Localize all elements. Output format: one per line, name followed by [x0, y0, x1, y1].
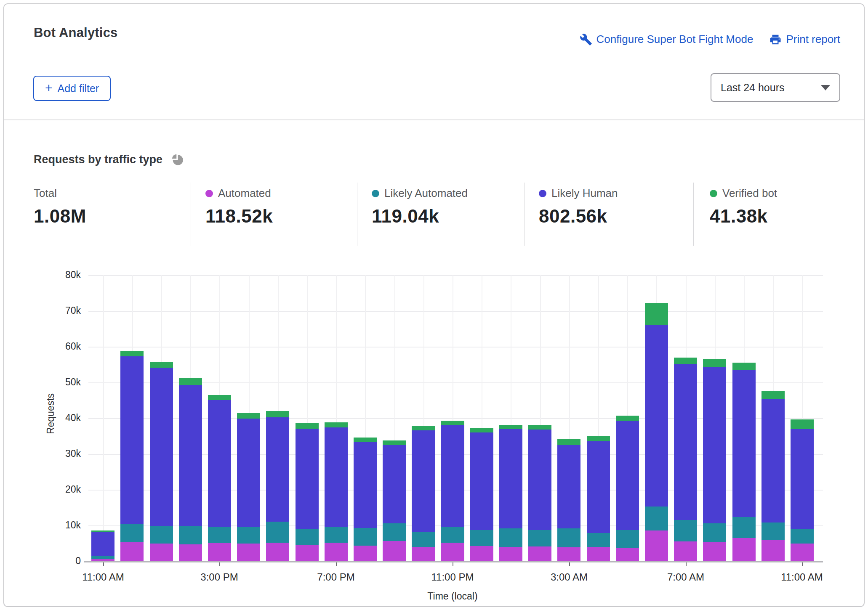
segment-likely_human — [150, 368, 173, 525]
segment-verified_bot — [325, 422, 348, 427]
bar — [441, 421, 464, 561]
segment-likely_automated — [354, 528, 377, 546]
segment-verified_bot — [412, 426, 435, 430]
segment-automated — [208, 543, 231, 561]
x-tick-label: 11:00 AM — [69, 571, 137, 583]
bar — [150, 362, 173, 561]
segment-likely_automated — [179, 526, 202, 544]
segment-automated — [645, 530, 668, 561]
x-tick-mark — [336, 562, 337, 566]
bar — [499, 425, 522, 561]
bar — [412, 426, 435, 561]
segment-automated — [120, 542, 144, 561]
bar — [237, 413, 260, 561]
segment-likely_human — [703, 367, 726, 523]
segment-likely_human — [791, 429, 814, 529]
segment-likely_human — [208, 400, 231, 527]
segment-likely_automated — [441, 527, 464, 542]
segment-likely_human — [354, 442, 377, 528]
x-tick-mark — [103, 562, 104, 566]
segment-likely_human — [325, 427, 348, 527]
bar — [645, 303, 668, 561]
segment-likely_automated — [616, 530, 639, 548]
bar — [383, 440, 406, 561]
segment-verified_bot — [441, 421, 464, 425]
x-tick-mark — [802, 562, 803, 566]
segment-likely_automated — [296, 529, 319, 545]
segment-likely_human — [528, 430, 551, 530]
segment-verified_bot — [266, 411, 289, 417]
gridline — [88, 311, 823, 312]
segment-verified_bot — [208, 395, 231, 400]
segment-automated — [266, 543, 289, 561]
segment-automated — [383, 541, 406, 561]
y-tick-label: 70k — [26, 305, 81, 316]
segment-automated — [616, 548, 639, 561]
segment-likely_human — [441, 425, 464, 527]
segment-verified_bot — [296, 423, 319, 429]
segment-verified_bot — [732, 363, 756, 370]
segment-likely_automated — [470, 530, 493, 546]
analytics-card: Bot Analytics Configure Super Bot Fight … — [3, 3, 865, 607]
segment-likely_automated — [557, 528, 580, 547]
y-tick-label: 40k — [26, 412, 81, 424]
bar — [703, 359, 726, 561]
bar — [208, 395, 231, 561]
bar — [91, 530, 114, 561]
segment-likely_automated — [325, 527, 348, 543]
segment-likely_automated — [383, 523, 406, 541]
segment-automated — [587, 547, 610, 561]
x-tick-label: 11:00 AM — [768, 571, 836, 583]
bar — [120, 351, 144, 561]
segment-verified_bot — [120, 351, 144, 356]
bar — [732, 363, 756, 561]
segment-likely_human — [120, 356, 144, 524]
segment-automated — [470, 546, 493, 561]
segment-likely_automated — [237, 527, 260, 544]
segment-likely_automated — [266, 522, 289, 543]
bar — [616, 416, 639, 561]
y-tick-label: 30k — [26, 448, 81, 459]
segment-likely_automated — [208, 527, 231, 543]
x-axis-line — [84, 561, 823, 562]
bar — [557, 439, 580, 561]
segment-likely_automated — [91, 556, 114, 559]
segment-automated — [91, 559, 114, 561]
bar — [179, 378, 202, 561]
segment-likely_automated — [674, 520, 697, 541]
segment-likely_automated — [528, 530, 551, 546]
segment-verified_bot — [499, 425, 522, 429]
segment-verified_bot — [237, 413, 260, 419]
segment-verified_bot — [470, 428, 493, 432]
y-tick-label: 0 — [26, 555, 81, 567]
segment-automated — [732, 538, 756, 561]
segment-likely_automated — [761, 522, 785, 540]
segment-likely_human — [732, 370, 756, 517]
y-tick-label: 50k — [26, 377, 81, 388]
segment-verified_bot — [761, 391, 785, 399]
bar — [528, 425, 551, 561]
x-tick-mark — [686, 562, 687, 566]
segment-likely_human — [383, 445, 406, 523]
gridline — [88, 275, 823, 276]
segment-automated — [791, 544, 814, 561]
segment-verified_bot — [150, 362, 173, 368]
segment-automated — [237, 544, 260, 561]
segment-likely_human — [412, 430, 435, 532]
x-axis-label: Time (local) — [389, 591, 516, 602]
y-tick-label: 80k — [26, 269, 81, 281]
segment-likely_human — [645, 325, 668, 507]
segment-verified_bot — [791, 419, 814, 429]
segment-automated — [674, 541, 697, 561]
gridline — [103, 275, 104, 561]
segment-likely_human — [91, 532, 114, 556]
segment-verified_bot — [674, 358, 697, 364]
segment-likely_human — [761, 399, 785, 522]
x-tick-mark — [453, 562, 453, 566]
bar — [761, 391, 785, 561]
segment-likely_automated — [703, 523, 726, 542]
x-tick-label: 7:00 PM — [302, 571, 370, 583]
segment-automated — [499, 547, 522, 561]
segment-automated — [412, 547, 435, 561]
segment-automated — [528, 546, 551, 561]
